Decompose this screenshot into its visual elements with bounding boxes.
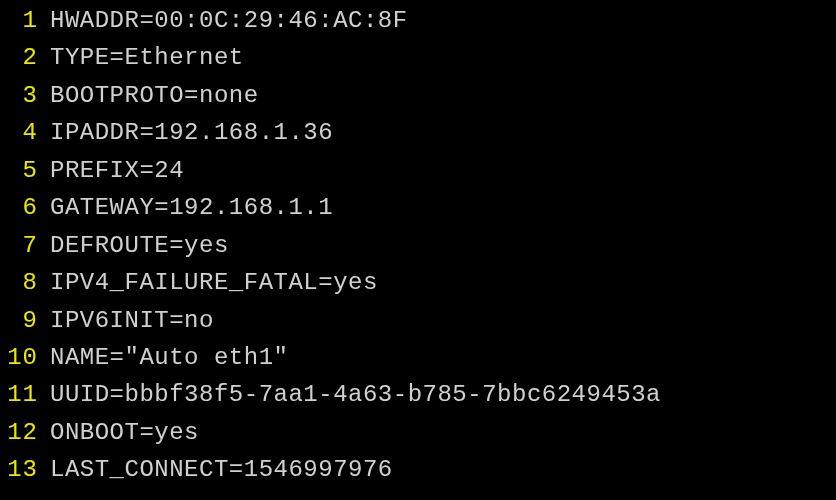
editor-line[interactable]: 13 LAST_CONNECT=1546997976 (0, 451, 836, 488)
editor-line[interactable]: 11 UUID=bbbf38f5-7aa1-4a63-b785-7bbc6249… (0, 376, 836, 413)
line-number: 11 (0, 376, 50, 413)
line-content[interactable]: IPV4_FAILURE_FATAL=yes (50, 264, 378, 301)
line-content[interactable]: UUID=bbbf38f5-7aa1-4a63-b785-7bbc6249453… (50, 376, 661, 413)
editor-line[interactable]: 10 NAME="Auto eth1" (0, 339, 836, 376)
line-content[interactable]: PREFIX=24 (50, 152, 184, 189)
line-content[interactable]: ONBOOT=yes (50, 414, 199, 451)
line-content[interactable]: IPV6INIT=no (50, 302, 214, 339)
text-editor[interactable]: 1 HWADDR=00:0C:29:46:AC:8F 2 TYPE=Ethern… (0, 2, 836, 489)
line-content[interactable]: BOOTPROTO=none (50, 77, 259, 114)
line-content[interactable]: IPADDR=192.168.1.36 (50, 114, 333, 151)
editor-line[interactable]: 1 HWADDR=00:0C:29:46:AC:8F (0, 2, 836, 39)
editor-line[interactable]: 4 IPADDR=192.168.1.36 (0, 114, 836, 151)
editor-line[interactable]: 7 DEFROUTE=yes (0, 227, 836, 264)
line-content[interactable]: LAST_CONNECT=1546997976 (50, 451, 393, 488)
line-number: 13 (0, 451, 50, 488)
editor-line[interactable]: 5 PREFIX=24 (0, 152, 836, 189)
line-number: 2 (0, 39, 50, 76)
line-number: 12 (0, 414, 50, 451)
line-number: 10 (0, 339, 50, 376)
line-content[interactable]: DEFROUTE=yes (50, 227, 229, 264)
line-number: 1 (0, 2, 50, 39)
editor-line[interactable]: 8 IPV4_FAILURE_FATAL=yes (0, 264, 836, 301)
line-number: 3 (0, 77, 50, 114)
line-number: 9 (0, 302, 50, 339)
line-number: 6 (0, 189, 50, 226)
line-number: 8 (0, 264, 50, 301)
line-content[interactable]: NAME="Auto eth1" (50, 339, 288, 376)
editor-line[interactable]: 12 ONBOOT=yes (0, 414, 836, 451)
line-number: 5 (0, 152, 50, 189)
editor-line[interactable]: 6 GATEWAY=192.168.1.1 (0, 189, 836, 226)
line-number: 7 (0, 227, 50, 264)
editor-line[interactable]: 2 TYPE=Ethernet (0, 39, 836, 76)
line-content[interactable]: GATEWAY=192.168.1.1 (50, 189, 333, 226)
line-content[interactable]: TYPE=Ethernet (50, 39, 244, 76)
line-content[interactable]: HWADDR=00:0C:29:46:AC:8F (50, 2, 408, 39)
line-number: 4 (0, 114, 50, 151)
editor-line[interactable]: 3 BOOTPROTO=none (0, 77, 836, 114)
editor-line[interactable]: 9 IPV6INIT=no (0, 302, 836, 339)
